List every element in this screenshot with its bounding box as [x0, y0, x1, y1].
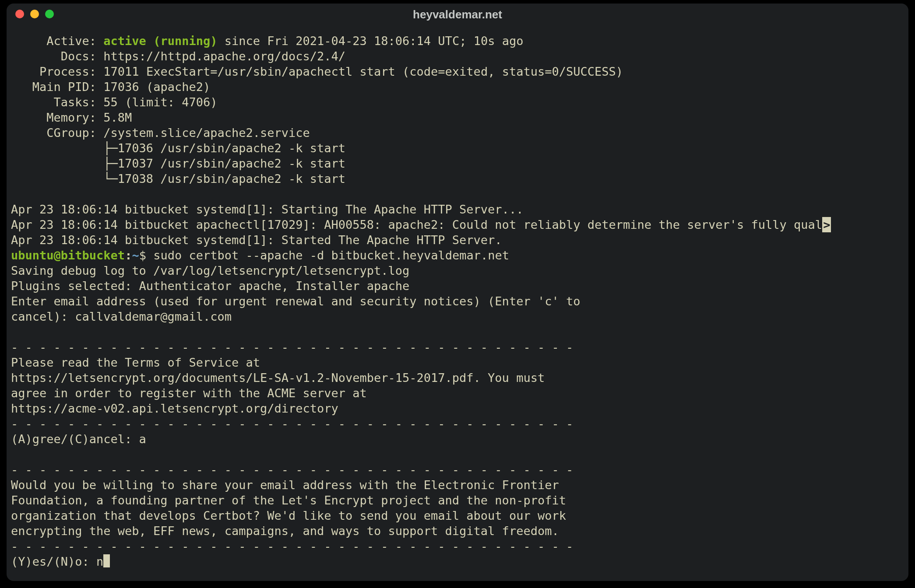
divider-line: - - - - - - - - - - - - - - - - - - - - …	[11, 340, 573, 354]
eff-line: Foundation, a founding partner of the Le…	[11, 494, 566, 507]
terminal-window: heyvaldemar.net Active: active (running)…	[7, 4, 908, 581]
tos-line: https://acme-v02.api.letsencrypt.org/dir…	[11, 402, 338, 415]
window-title: heyvaldemar.net	[413, 8, 502, 21]
status-line-process: Process: 17011 ExecStart=/usr/sbin/apach…	[11, 65, 623, 78]
certbot-line: Saving debug log to /var/log/letsencrypt…	[11, 264, 409, 277]
eff-line: Would you be willing to share your email…	[11, 478, 559, 492]
status-line-active: Active: active (running) since Fri 2021-…	[11, 34, 523, 48]
cgroup-tree-line: ├─17037 /usr/sbin/apache2 -k start	[11, 157, 345, 170]
cursor-icon	[103, 554, 110, 567]
certbot-line: Enter email address (used for urgent ren…	[11, 294, 580, 308]
terminal-output[interactable]: Active: active (running) since Fri 2021-…	[7, 25, 908, 574]
eff-line: organization that develops Certbot? We'd…	[11, 509, 566, 522]
tos-line: agree in order to register with the ACME…	[11, 386, 367, 400]
truncation-mark: >	[822, 217, 831, 232]
yesno-prompt[interactable]: (Y)es/(N)o: n	[11, 555, 110, 568]
cgroup-tree-line: ├─17036 /usr/sbin/apache2 -k start	[11, 141, 345, 155]
divider-line: - - - - - - - - - - - - - - - - - - - - …	[11, 417, 573, 430]
minimize-icon[interactable]	[30, 10, 39, 18]
agree-prompt[interactable]: (A)gree/(C)ancel: a	[11, 432, 146, 446]
certbot-line: cancel): callvaldemar@gmail.com	[11, 310, 232, 323]
command-text: sudo certbot --apache -d bitbucket.heyva…	[153, 248, 509, 262]
shell-prompt[interactable]: ubuntu@bitbucket:~$ sudo certbot --apach…	[11, 248, 509, 262]
eff-line: encrypting the web, EFF news, campaigns,…	[11, 524, 559, 538]
status-line-cgroup: CGroup: /system.slice/apache2.service	[11, 126, 310, 140]
prompt-user: ubuntu	[11, 248, 54, 262]
titlebar: heyvaldemar.net	[7, 4, 908, 25]
cgroup-tree-line: └─17038 /usr/sbin/apache2 -k start	[11, 172, 345, 186]
divider-line: - - - - - - - - - - - - - - - - - - - - …	[11, 539, 573, 553]
status-line-memory: Memory: 5.8M	[11, 111, 132, 124]
log-line: Apr 23 18:06:14 bitbucket systemd[1]: St…	[11, 203, 523, 216]
status-line-docs: Docs: https://httpd.apache.org/docs/2.4/	[11, 49, 345, 63]
status-line-tasks: Tasks: 55 (limit: 4706)	[11, 95, 217, 109]
divider-line: - - - - - - - - - - - - - - - - - - - - …	[11, 463, 573, 476]
status-line-mainpid: Main PID: 17036 (apache2)	[11, 80, 210, 94]
traffic-lights	[15, 10, 54, 18]
tos-line: https://letsencrypt.org/documents/LE-SA-…	[11, 371, 545, 385]
tos-line: Please read the Terms of Service at	[11, 356, 260, 369]
close-icon[interactable]	[15, 10, 24, 18]
active-state: active (running)	[103, 34, 217, 48]
log-line: Apr 23 18:06:14 bitbucket apachectl[1702…	[11, 218, 831, 231]
maximize-icon[interactable]	[45, 10, 54, 18]
log-line: Apr 23 18:06:14 bitbucket systemd[1]: St…	[11, 233, 502, 247]
certbot-line: Plugins selected: Authenticator apache, …	[11, 279, 409, 293]
prompt-host: bitbucket	[61, 248, 125, 262]
prompt-path: ~	[132, 248, 139, 262]
